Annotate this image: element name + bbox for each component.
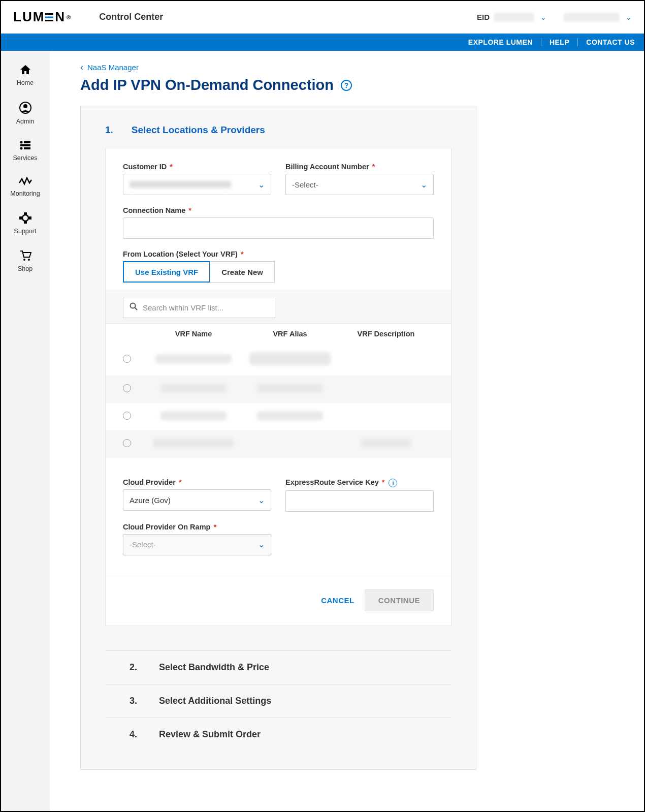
info-icon[interactable]: i [389, 479, 397, 487]
chevron-down-icon: ⌄ [258, 495, 265, 505]
vrf-row[interactable] [106, 376, 451, 403]
radio-icon[interactable] [123, 384, 131, 392]
step-title: Select Bandwidth & Price [159, 662, 269, 673]
services-icon [19, 140, 31, 152]
label-text: Customer ID [123, 163, 167, 171]
step-header: 1. Select Locations & Providers [81, 124, 476, 148]
app-header: LUM N ® Control Center EID ⌄ ⌄ [1, 1, 644, 34]
vrf-search-placeholder: Search within VRF list... [143, 303, 223, 312]
step-number: 4. [130, 729, 141, 740]
svg-rect-8 [24, 147, 30, 149]
sidebar-item-label: Shop [18, 265, 33, 272]
chevron-down-icon: ⌄ [258, 180, 265, 190]
express-key-label: ExpressRoute Service Key * i [285, 478, 434, 487]
cloud-provider-select[interactable]: Azure (Gov) ⌄ [123, 489, 271, 511]
vrf-table: VRF Name VRF Alias VRF Description [106, 323, 451, 458]
create-new-vrf-button[interactable]: Create New [210, 261, 275, 283]
sidebar-item-home[interactable]: Home [1, 58, 49, 96]
svg-point-17 [131, 303, 136, 308]
chevron-down-icon[interactable]: ⌄ [540, 13, 546, 21]
explore-lumen-link[interactable]: EXPLORE LUMEN [460, 38, 541, 46]
sidebar-item-label: Monitoring [10, 190, 40, 197]
cancel-button[interactable]: CANCEL [321, 589, 354, 611]
onramp-placeholder: -Select- [130, 540, 156, 549]
label-text: Connection Name [123, 206, 185, 214]
sidebar-item-monitoring[interactable]: Monitoring [1, 171, 49, 206]
home-icon [19, 64, 31, 77]
radio-icon[interactable] [123, 355, 131, 363]
required-icon: * [177, 478, 182, 486]
customer-id-select[interactable]: ⌄ [123, 174, 271, 195]
express-key-input[interactable] [285, 490, 434, 512]
contact-us-link[interactable]: CONTACT US [578, 38, 635, 46]
svg-point-16 [28, 259, 30, 261]
required-icon: * [186, 206, 191, 214]
svg-point-10 [22, 215, 28, 221]
redacted-cell [153, 439, 234, 448]
svg-rect-0 [45, 13, 53, 15]
breadcrumb[interactable]: ‹ NaaS Manager [80, 62, 644, 73]
lumen-logo: LUM N ® [13, 9, 72, 25]
sidebar-item-label: Admin [16, 118, 34, 125]
svg-point-7 [20, 147, 22, 150]
connection-name-label: Connection Name * [123, 206, 434, 214]
sidebar-item-services[interactable]: Services [1, 134, 49, 171]
required-icon: * [239, 250, 244, 258]
vrf-row[interactable] [106, 344, 451, 376]
search-icon [130, 302, 138, 313]
label-text: Billing Account Number [285, 163, 369, 171]
redacted-cell [160, 411, 227, 420]
sidebar-item-admin[interactable]: Admin [1, 96, 49, 134]
chevron-down-icon: ⌄ [421, 180, 427, 190]
help-icon[interactable]: ? [341, 80, 352, 91]
step-row[interactable]: 2. Select Bandwidth & Price [105, 651, 452, 684]
step-number: 1. [105, 124, 113, 136]
page-title-text: Add IP VPN On-Demand Connection [80, 77, 334, 93]
radio-icon[interactable] [123, 412, 131, 420]
vrf-header-alias: VRF Alias [242, 330, 338, 338]
svg-point-5 [20, 141, 22, 144]
continue-button[interactable]: CONTINUE [365, 589, 434, 611]
user-icon [19, 102, 31, 116]
sidebar-item-shop[interactable]: Shop [1, 244, 49, 282]
utility-nav: EXPLORE LUMEN HELP CONTACT US [1, 34, 644, 51]
chevron-down-icon[interactable]: ⌄ [626, 13, 632, 21]
step-row[interactable]: 3. Select Additional Settings [105, 684, 452, 718]
wizard-card: 1. Select Locations & Providers Customer… [80, 106, 476, 770]
cloud-provider-label: Cloud Provider * [123, 478, 271, 486]
svg-rect-14 [29, 216, 31, 220]
cloud-provider-value: Azure (Gov) [130, 496, 171, 505]
required-icon: * [168, 163, 173, 171]
billing-account-select[interactable]: -Select- ⌄ [285, 174, 434, 195]
logo-e-icon [45, 12, 54, 23]
use-existing-vrf-button[interactable]: Use Existing VRF [123, 261, 210, 283]
billing-placeholder: -Select- [292, 180, 318, 189]
step-number: 3. [130, 696, 141, 706]
vrf-row[interactable] [106, 403, 451, 430]
sidebar-item-label: Support [14, 228, 37, 235]
step-title: Review & Submit Order [159, 729, 261, 740]
header-title: Control Center [99, 12, 163, 22]
vrf-header-desc: VRF Description [338, 330, 434, 338]
sidebar-item-label: Services [13, 154, 38, 162]
sidebar-item-support[interactable]: Support [1, 206, 49, 244]
step-number: 2. [130, 662, 141, 673]
radio-icon[interactable] [123, 439, 131, 447]
svg-rect-13 [19, 216, 22, 220]
svg-rect-12 [24, 221, 27, 224]
step-row[interactable]: 4. Review & Submit Order [105, 718, 452, 751]
svg-rect-6 [24, 141, 30, 143]
connection-name-input[interactable] [123, 217, 434, 239]
svg-rect-9 [20, 144, 30, 146]
logo-text-1: LUM [13, 9, 45, 25]
vrf-search-input[interactable]: Search within VRF list... [123, 297, 275, 318]
redacted-cell [160, 384, 227, 393]
help-link[interactable]: HELP [541, 38, 578, 46]
label-text: Cloud Provider [123, 478, 176, 486]
vrf-row[interactable] [106, 430, 451, 458]
onramp-label: Cloud Provider On Ramp * [123, 523, 271, 531]
chevron-left-icon: ‹ [80, 62, 83, 73]
eid-label: EID [477, 13, 490, 21]
monitoring-icon [19, 177, 32, 188]
onramp-select[interactable]: -Select- ⌄ [123, 534, 271, 555]
